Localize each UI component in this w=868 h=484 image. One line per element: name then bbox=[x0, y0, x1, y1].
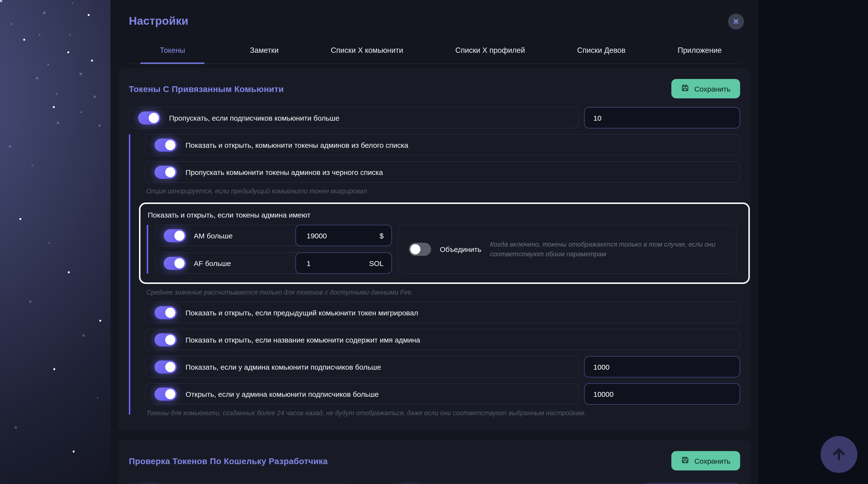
save-label: Сохранить bbox=[694, 85, 731, 93]
group-thresholds: AM больше $ AF больше bbox=[147, 225, 392, 274]
followers-threshold-input[interactable] bbox=[584, 107, 740, 128]
stars-dim bbox=[0, 0, 1, 1]
open-admin-followers-toggle[interactable] bbox=[155, 387, 177, 400]
admin-tokens-group: Показать и открыть, если токены админа и… bbox=[139, 203, 750, 284]
prev-token-migrated-toggle[interactable] bbox=[155, 306, 177, 319]
arrow-up-icon bbox=[830, 445, 848, 464]
row-label: Показать и открыть, комьюнити токены адм… bbox=[186, 141, 408, 149]
page: Настройки ✕ Токены Заметки Списки X комь… bbox=[0, 0, 868, 484]
partial-row-left bbox=[129, 483, 350, 484]
scroll-to-top-button[interactable] bbox=[820, 436, 857, 473]
row-label: Показать и открыть, если название комьюн… bbox=[186, 335, 420, 344]
combine-label: Объединить bbox=[440, 245, 481, 253]
row-label: Показать, если у админа комьюнити подпис… bbox=[186, 363, 381, 371]
toggle-knob bbox=[175, 231, 185, 241]
toggle-knob bbox=[175, 258, 185, 268]
row-skip-if-followers: Пропускать, если подписчиков комьюнити б… bbox=[129, 107, 579, 128]
af-input-wrap: SOL bbox=[296, 252, 392, 274]
row-whitelist-admins: Показать и открыть, комьюнити токены адм… bbox=[145, 134, 740, 155]
af-toggle[interactable] bbox=[164, 256, 186, 270]
modal-body: Токены С Привязанным Комьюнити Сохранить… bbox=[111, 64, 758, 484]
section-title: Проверка Токенов По Кошельку Разработчик… bbox=[129, 456, 740, 466]
row-label: Открыть, если у админа комьюнити подписч… bbox=[186, 390, 379, 398]
tab-notes[interactable]: Заметки bbox=[243, 40, 285, 64]
floppy-icon bbox=[681, 84, 689, 93]
row-prev-token-migrated: Показать и открыть, если предыдущий комь… bbox=[145, 302, 740, 323]
save-label: Сохранить bbox=[694, 457, 731, 465]
partial-row-right bbox=[391, 483, 740, 484]
partial-right-input[interactable] bbox=[645, 483, 740, 484]
am-unit: $ bbox=[379, 231, 383, 240]
toggle-knob bbox=[165, 362, 175, 372]
hint-24h: Токены для комьюнити, созданных более 24… bbox=[146, 410, 740, 417]
row-name-contains-admin: Показать и открыть, если название комьюн… bbox=[145, 329, 740, 350]
skip-if-followers-toggle[interactable] bbox=[138, 111, 160, 124]
row-show-admin-followers: Показать, если у админа комьюнити подпис… bbox=[145, 356, 579, 377]
hint-option-ignored: Опция игнорируется, если предыдущий комь… bbox=[146, 187, 740, 195]
hint-average-fee: Среднее значение рассчитывается только д… bbox=[146, 289, 740, 296]
combine-description: Когда включено, токены отображаются толь… bbox=[490, 240, 725, 259]
name-contains-admin-toggle[interactable] bbox=[155, 333, 177, 346]
group-label: Показать и открыть, если токены админа и… bbox=[148, 211, 737, 219]
save-button[interactable]: Сохранить bbox=[672, 451, 740, 471]
indent-group: Показать и открыть, комьюнити токены адм… bbox=[129, 134, 740, 417]
tab-bar: Токены Заметки Списки X комьюнити Списки… bbox=[129, 40, 740, 64]
combine-box: Объединить Когда включено, токены отобра… bbox=[398, 225, 737, 274]
toggle-knob bbox=[165, 307, 175, 317]
row-blacklist-admins: Пропускать комьюнити токены админов из ч… bbox=[145, 161, 740, 183]
close-icon: ✕ bbox=[733, 17, 739, 26]
modal-title: Настройки bbox=[129, 14, 740, 28]
tab-dev-lists[interactable]: Списки Девов bbox=[570, 40, 632, 64]
tab-application[interactable]: Приложение bbox=[671, 40, 728, 64]
show-admin-followers-toggle[interactable] bbox=[155, 360, 177, 373]
toggle-knob bbox=[165, 335, 175, 345]
section-community-tokens: Токены С Привязанным Комьюнити Сохранить… bbox=[118, 68, 751, 430]
show-admin-followers-input[interactable] bbox=[584, 356, 740, 377]
row-am-threshold: AM больше $ bbox=[155, 225, 392, 246]
row-af-threshold: AF больше SOL bbox=[155, 252, 392, 274]
toggle-knob bbox=[165, 389, 175, 399]
toggle-knob bbox=[149, 113, 159, 123]
open-admin-followers-input[interactable] bbox=[584, 383, 740, 404]
row-open-admin-followers: Открыть, если у админа комьюнити подписч… bbox=[145, 383, 579, 404]
am-input-wrap: $ bbox=[296, 225, 392, 246]
save-button[interactable]: Сохранить bbox=[672, 79, 740, 98]
whitelist-admins-toggle[interactable] bbox=[155, 138, 177, 151]
partial-rows bbox=[129, 483, 740, 484]
toggle-knob bbox=[165, 140, 175, 150]
am-value-input[interactable] bbox=[307, 231, 355, 240]
af-unit: SOL bbox=[369, 259, 383, 267]
tab-x-community-lists[interactable]: Списки X комьюнити bbox=[324, 40, 410, 64]
modal-header: Настройки ✕ Токены Заметки Списки X комь… bbox=[111, 0, 758, 64]
am-toggle[interactable] bbox=[164, 229, 186, 242]
row-label: Пропускать, если подписчиков комьюнити б… bbox=[169, 114, 339, 122]
row-label: Пропускать комьюнити токены админов из ч… bbox=[186, 168, 383, 176]
blacklist-admins-toggle[interactable] bbox=[155, 165, 177, 179]
close-button[interactable]: ✕ bbox=[728, 13, 744, 30]
toggle-knob bbox=[165, 167, 175, 177]
af-value-input[interactable] bbox=[307, 259, 355, 267]
af-label: AF больше bbox=[194, 259, 288, 267]
section-title: Токены С Привязанным Комьюнити bbox=[129, 84, 740, 94]
row-label: Показать и открыть, если предыдущий комь… bbox=[186, 308, 418, 316]
toggle-knob bbox=[410, 244, 421, 254]
section-dev-wallet-check: Проверка Токенов По Кошельку Разработчик… bbox=[118, 440, 751, 484]
settings-modal: Настройки ✕ Токены Заметки Списки X комь… bbox=[111, 0, 758, 484]
floppy-icon bbox=[681, 456, 689, 465]
combine-toggle[interactable] bbox=[409, 243, 431, 256]
am-label: AM больше bbox=[194, 231, 288, 240]
tab-x-profile-lists[interactable]: Списки X профилей bbox=[448, 40, 532, 64]
tab-tokens[interactable]: Токены bbox=[141, 40, 205, 64]
